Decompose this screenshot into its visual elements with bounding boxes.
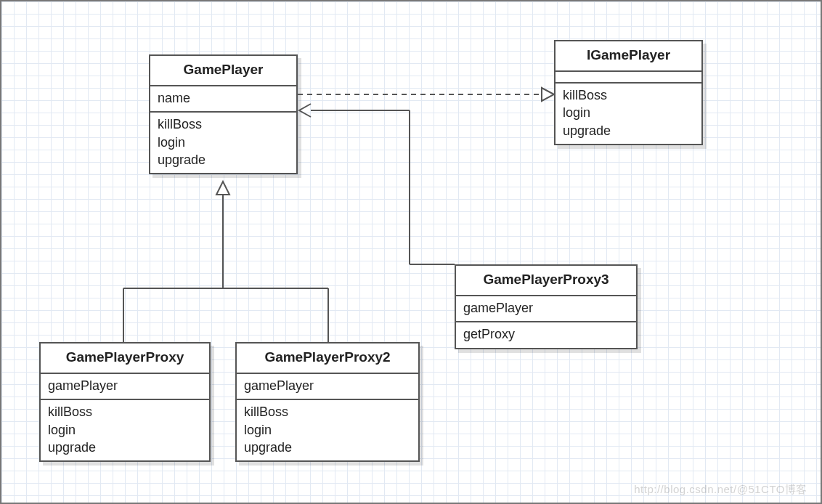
method-row: login (158, 134, 289, 151)
class-gameplayerproxy: GamePlayerProxy gamePlayer killBoss logi… (39, 342, 211, 462)
diagram-canvas: GamePlayer name killBoss login upgrade I… (0, 0, 822, 504)
method-row: login (244, 421, 411, 439)
class-methods: killBoss login upgrade (150, 113, 296, 173)
method-row: getProxy (463, 325, 629, 343)
method-row: upgrade (244, 439, 411, 456)
class-gameplayerproxy2: GamePlayerProxy2 gamePlayer killBoss log… (235, 342, 420, 462)
class-methods: killBoss login upgrade (556, 84, 701, 144)
realization-arrowhead-icon (542, 88, 554, 101)
method-row: killBoss (48, 403, 202, 420)
class-gameplayerproxy3: GamePlayerProxy3 gamePlayer getProxy (455, 264, 638, 349)
method-row: upgrade (158, 151, 289, 168)
attr-row: gamePlayer (463, 299, 629, 317)
class-attributes: gamePlayer (41, 374, 209, 400)
attr-row: name (158, 89, 289, 107)
class-attributes: gamePlayer (456, 296, 636, 322)
method-row: upgrade (563, 122, 694, 139)
class-title: GamePlayerProxy3 (456, 266, 636, 296)
generalization-arrowhead-icon (216, 182, 229, 195)
class-title: GamePlayerProxy (41, 344, 209, 374)
class-title: GamePlayerProxy2 (237, 344, 418, 374)
class-igameplayer: IGamePlayer killBoss login upgrade (554, 40, 703, 145)
watermark: http://blog.csdn.net/@51CTO博客 (634, 483, 807, 497)
class-title: IGamePlayer (556, 41, 701, 72)
class-attributes: name (150, 86, 296, 113)
class-methods: killBoss login upgrade (41, 400, 209, 460)
method-row: login (48, 421, 202, 439)
class-attributes: gamePlayer (237, 374, 418, 400)
method-row: killBoss (244, 403, 411, 420)
attr-row: gamePlayer (48, 377, 202, 394)
class-title: GamePlayer (150, 56, 296, 86)
class-gameplayer: GamePlayer name killBoss login upgrade (149, 54, 298, 174)
association-arrowhead-icon (299, 104, 311, 117)
method-row: login (563, 104, 694, 121)
method-row: upgrade (48, 439, 202, 456)
method-row: killBoss (563, 86, 694, 104)
class-attributes (556, 72, 701, 84)
class-methods: getProxy (456, 322, 636, 347)
attr-row: gamePlayer (244, 377, 411, 394)
class-methods: killBoss login upgrade (237, 400, 418, 460)
method-row: killBoss (158, 115, 289, 133)
